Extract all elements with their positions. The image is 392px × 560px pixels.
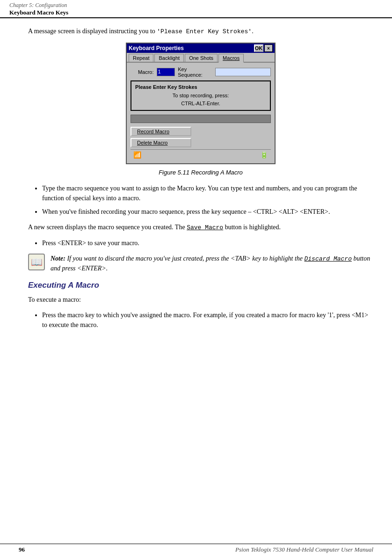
- window-titlebar: Keyboard Properties OK ×: [127, 44, 275, 53]
- status-icon-left: 📶: [133, 151, 141, 159]
- window-title: Keyboard Properties: [129, 45, 184, 51]
- dialog-line1: To stop recording, press:: [135, 92, 266, 100]
- ok-button[interactable]: OK: [254, 44, 263, 52]
- delete-underline: D: [137, 140, 141, 145]
- close-button[interactable]: ×: [264, 44, 273, 52]
- macro-progress-bar: [131, 115, 271, 123]
- macro-value-input[interactable]: 1: [157, 68, 175, 76]
- tab-repeat[interactable]: Repeat: [129, 54, 153, 62]
- window-statusbar: 📶 🔋: [131, 149, 271, 160]
- bullet-list-1: Type the macro sequence you want to assi…: [42, 183, 373, 217]
- please-enter-dialog: Please Enter Key Strokes To stop recordi…: [131, 80, 271, 111]
- section-intro: To execute a macro:: [28, 295, 373, 305]
- tab-macros[interactable]: Macros: [218, 54, 244, 63]
- record-underline: R: [137, 129, 141, 134]
- page-header: Chapter 5: Configuration Keyboard Macro …: [0, 0, 392, 18]
- note-before: If you want to discard the macro you've …: [67, 255, 304, 262]
- exec-bullet-list: Press the macro key to which you've assi…: [42, 310, 373, 330]
- page-content: A message screen is displayed instructin…: [0, 18, 392, 345]
- bullet-item-2: When you've finished recording your macr…: [42, 207, 373, 217]
- window-tabs: Repeat Backlight One Shots Macros: [127, 53, 275, 63]
- status-icon-right: 🔋: [260, 151, 268, 159]
- exec-bullet-1: Press the macro key to which you've assi…: [42, 310, 373, 330]
- note-code: Discard Macro: [305, 255, 352, 262]
- note-label: Note:: [51, 255, 65, 262]
- screenshot-container: Keyboard Properties OK × Repeat Backligh…: [28, 43, 373, 164]
- intro-code: 'Please Enter Key Strokes': [157, 28, 252, 35]
- macro-row: Macro: 1 Key Sequence:: [131, 66, 271, 78]
- record-macro-button[interactable]: Record Macro: [131, 127, 191, 136]
- delete-label-rest: elete Macro: [141, 140, 167, 145]
- section-label: Keyboard Macro Keys: [9, 9, 68, 16]
- page-number: 96: [19, 546, 25, 553]
- section-heading: Executing A Macro: [28, 281, 373, 290]
- key-sequence-input[interactable]: [215, 68, 271, 76]
- bullet-list-2: Press <ENTER> to save your macro.: [42, 238, 373, 248]
- intro-before: A message screen is displayed instructin…: [28, 28, 157, 35]
- para-save-macro: A new screen displays the macro sequence…: [28, 222, 373, 233]
- chapter-label: Chapter 5: Configuration: [9, 2, 68, 9]
- footer-text: Psion Teklogix 7530 Hand-Held Computer U…: [235, 546, 373, 553]
- note-icon: 📖: [28, 254, 45, 270]
- intro-text: A message screen is displayed instructin…: [28, 28, 373, 35]
- para1-after: button is highlighted.: [223, 224, 281, 231]
- figure-caption: Figure 5.11 Recording A Macro: [28, 169, 373, 176]
- window-body: Macro: 1 Key Sequence: Please Enter Key …: [127, 63, 275, 163]
- record-label-rest: ecord Macro: [141, 129, 169, 134]
- intro-after: .: [252, 28, 254, 35]
- bullet-press-enter: Press <ENTER> to save your macro.: [42, 238, 373, 248]
- titlebar-buttons: OK ×: [254, 44, 273, 52]
- key-sequence-label: Key Sequence:: [178, 66, 212, 78]
- dialog-line2: CTRL-ALT-Enter.: [135, 100, 266, 108]
- delete-macro-button[interactable]: Delete Macro: [131, 138, 191, 147]
- macro-field-label: Macro:: [131, 69, 154, 75]
- note-row: 📖 Note: If you want to discard the macro…: [28, 254, 373, 274]
- page-footer: 96 Psion Teklogix 7530 Hand-Held Compute…: [0, 544, 392, 555]
- dialog-title: Please Enter Key Strokes: [135, 84, 266, 90]
- note-text: Note: If you want to discard the macro y…: [51, 254, 373, 274]
- bullet-item-1: Type the macro sequence you want to assi…: [42, 183, 373, 203]
- tab-backlight[interactable]: Backlight: [154, 54, 184, 62]
- para1-code: Save Macro: [187, 224, 223, 231]
- para1-before: A new screen displays the macro sequence…: [28, 224, 187, 231]
- dialog-content: To stop recording, press: CTRL-ALT-Enter…: [135, 92, 266, 107]
- tab-oneshots[interactable]: One Shots: [185, 54, 218, 62]
- keyboard-properties-window: Keyboard Properties OK × Repeat Backligh…: [126, 43, 276, 164]
